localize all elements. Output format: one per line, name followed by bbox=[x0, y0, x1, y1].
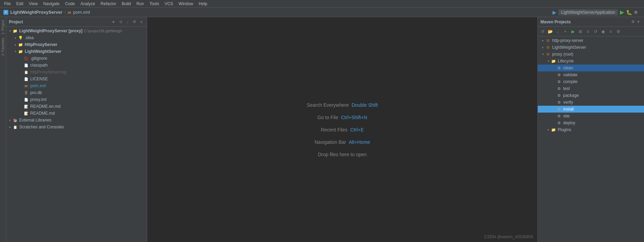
maven-tree-item[interactable]: ⚙ compile bbox=[538, 78, 644, 85]
maven-tree-item[interactable]: ▸ M http-proxy-server bbox=[538, 37, 644, 44]
tree-item[interactable]: 📄 proxy.iml bbox=[6, 96, 147, 103]
editor-area[interactable]: Search Everywhere Double Shift Go to Fil… bbox=[147, 17, 537, 242]
maven-run-configs-btn[interactable]: ⊞ bbox=[577, 28, 584, 35]
menu-build[interactable]: Build bbox=[119, 1, 134, 7]
maven-item-label: http-proxy-server bbox=[552, 38, 583, 43]
tree-item[interactable]: ▸ 📁 HttpProxyServer bbox=[6, 41, 147, 48]
maven-arrow-icon: ▸ bbox=[541, 45, 545, 50]
maven-refresh-btn[interactable]: ↺ bbox=[539, 28, 546, 35]
maven-tree-item[interactable]: ⚙ test bbox=[538, 85, 644, 92]
maven-tree-item[interactable]: ▸ M LightWeightServer bbox=[538, 44, 644, 51]
run-more[interactable]: ⚙ bbox=[634, 10, 638, 15]
maven-arrow-icon bbox=[552, 120, 556, 125]
tree-item[interactable]: 🚫 .gitignore bbox=[6, 55, 147, 62]
maven-arrow-icon bbox=[552, 72, 556, 77]
maven-tree-item[interactable]: ▾ M proxy (root) bbox=[538, 51, 644, 58]
main-content: 1: Project 2: Favorites Project ▾ ⊙ ↓ ⚙ … bbox=[0, 17, 644, 242]
tree-file-icon: 📝 bbox=[23, 111, 29, 116]
menu-navigate[interactable]: Navigate bbox=[41, 1, 62, 7]
maven-menu-btn[interactable]: ≡ bbox=[585, 28, 591, 35]
maven-skip-btn[interactable]: ↺ bbox=[592, 28, 599, 35]
menu-code[interactable]: Code bbox=[62, 1, 78, 7]
menu-help[interactable]: Help bbox=[196, 1, 210, 7]
maven-tree-item[interactable]: ⚙ package bbox=[538, 92, 644, 99]
tree-file-icon: 📁 bbox=[18, 49, 23, 54]
maven-tree-item[interactable]: ⚙ verify bbox=[538, 99, 644, 106]
settings-icon[interactable]: ⚙ bbox=[132, 19, 137, 25]
tree-item[interactable]: 📝 README.en.md bbox=[6, 103, 147, 110]
shortcut-row-1: Search Everywhere Double Shift bbox=[307, 102, 378, 108]
tree-item[interactable]: 📄 LICENSE bbox=[6, 76, 147, 82]
maven-file-icon: ⚙ bbox=[556, 72, 562, 78]
maven-tree-item[interactable]: ⚙ clean bbox=[538, 65, 644, 71]
maven-tree-item[interactable]: ▸ 📁 Plugins bbox=[538, 126, 644, 133]
menu-edit[interactable]: Edit bbox=[13, 1, 26, 7]
maven-run-btn[interactable]: ▶ bbox=[569, 28, 576, 35]
run-button[interactable]: ▶ bbox=[620, 9, 624, 15]
menu-analyze[interactable]: Analyze bbox=[78, 1, 98, 7]
tree-item[interactable]: 📄 classpath bbox=[6, 62, 147, 69]
locate-icon[interactable]: ⊙ bbox=[118, 19, 123, 25]
menu-window[interactable]: Window bbox=[176, 1, 196, 7]
maven-settings2-btn[interactable]: ⚙ bbox=[615, 28, 622, 35]
tree-item[interactable]: 📋 httpProxyServer.log bbox=[6, 69, 147, 76]
favorites-tab[interactable]: 2: Favorites bbox=[0, 36, 6, 57]
maven-toggle-btn[interactable]: ◉ bbox=[600, 28, 607, 35]
tree-file-icon: 📄 bbox=[23, 97, 29, 102]
maven-more-icon[interactable]: ▾ bbox=[636, 19, 641, 25]
tree-file-icon: 🚫 bbox=[23, 56, 29, 61]
tree-item[interactable]: 📝 README.md bbox=[6, 110, 147, 117]
tree-item-label: classpath bbox=[30, 63, 48, 68]
maven-item-label: compile bbox=[563, 79, 577, 84]
title-separator: / bbox=[64, 10, 65, 15]
collapse-icon[interactable]: ↓ bbox=[125, 19, 130, 25]
tree-arrow-icon: ▾ bbox=[13, 49, 18, 54]
maven-tree-item[interactable]: ⚙ install bbox=[538, 106, 644, 113]
menu-view[interactable]: View bbox=[26, 1, 41, 7]
tree-arrow-icon bbox=[19, 97, 23, 102]
tree-item[interactable]: ▾ 📁 LightWeightProxyServer [proxy] C:\pr… bbox=[6, 27, 147, 34]
maven-tree-item[interactable]: ⚙ site bbox=[538, 113, 644, 119]
tree-item[interactable]: ▸ 💡 .idea bbox=[6, 34, 147, 41]
recent-files-label: Recent Files bbox=[321, 127, 348, 132]
tree-arrow-icon bbox=[19, 77, 23, 81]
tree-item-label: proxy.iml bbox=[30, 97, 46, 102]
menu-tools[interactable]: Tools bbox=[147, 1, 162, 7]
maven-tree-item[interactable]: ⚙ validate bbox=[538, 71, 644, 78]
maven-file-icon: M bbox=[545, 51, 551, 57]
tree-item[interactable]: ▸ 📋 Scratches and Consoles bbox=[6, 124, 147, 130]
tree-item-label: Scratches and Consoles bbox=[19, 125, 64, 129]
tree-item[interactable]: ▸ 📚 External Libraries bbox=[6, 117, 147, 124]
menu-refactor[interactable]: Refactor bbox=[98, 1, 119, 7]
tree-file-icon: 📁 bbox=[12, 28, 18, 34]
shortcut-row-3: Recent Files Ctrl+E bbox=[321, 127, 364, 132]
more-icon[interactable]: ≡ bbox=[139, 19, 144, 25]
debug-button[interactable]: 🐛 bbox=[626, 10, 632, 15]
tree-arrow-icon: ▸ bbox=[13, 35, 18, 40]
maven-add-btn[interactable]: + bbox=[562, 28, 569, 35]
tree-file-icon: 📚 bbox=[12, 117, 18, 123]
maven-folder-btn[interactable]: 📂 bbox=[547, 28, 554, 35]
maven-item-label: Lifecycle bbox=[558, 59, 574, 64]
menu-file[interactable]: File bbox=[1, 1, 13, 7]
run-config-dropdown[interactable]: LightWeightServerApplication bbox=[558, 9, 618, 15]
tree-file-icon: 📄 bbox=[23, 62, 29, 68]
maven-item-label: verify bbox=[563, 100, 573, 105]
maven-tree-item[interactable]: ⚙ deploy bbox=[538, 119, 644, 126]
panel-icon-group: ⊙ ↓ ⚙ ≡ bbox=[118, 19, 144, 25]
menu-vcs[interactable]: VCS bbox=[162, 1, 176, 7]
maven-tree-btn[interactable]: ≡ bbox=[607, 28, 614, 35]
maven-tree-item[interactable]: ▾ 📁 Lifecycle bbox=[538, 58, 644, 65]
maven-file-icon: ⚙ bbox=[556, 79, 562, 84]
tree-item[interactable]: 🗄 pro.db bbox=[6, 89, 147, 96]
project-tab[interactable]: 1: Project bbox=[0, 19, 6, 36]
tree-item[interactable]: m pom.xml bbox=[6, 82, 147, 89]
maven-settings-icon[interactable]: ⚙ bbox=[630, 19, 636, 25]
menu-run[interactable]: Run bbox=[134, 1, 147, 7]
project-dropdown-icon[interactable]: ▾ bbox=[112, 20, 114, 24]
tree-file-icon: 📄 bbox=[23, 76, 29, 82]
maven-arrow-icon bbox=[552, 66, 556, 70]
tree-item[interactable]: ▾ 📁 LightWeightServer bbox=[6, 48, 147, 55]
shortcut-row-2: Go to File Ctrl+Shift+N bbox=[317, 115, 367, 120]
maven-download-btn[interactable]: ↓ bbox=[554, 28, 561, 35]
